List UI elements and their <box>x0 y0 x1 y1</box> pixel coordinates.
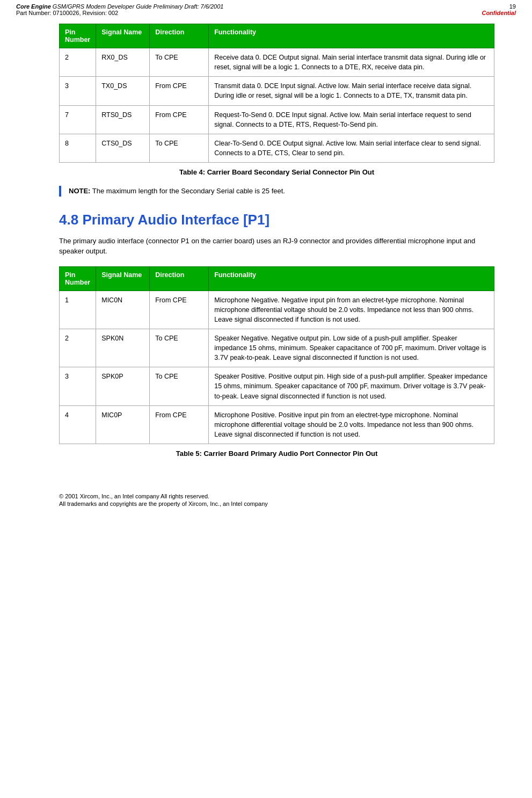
table5: Pin Number Signal Name Direction Functio… <box>59 266 494 445</box>
table-row: 3 TX0_DS From CPE Transmit data 0. DCE I… <box>60 77 494 105</box>
footer-line2: All trademarks and copyrights are the pr… <box>59 500 516 507</box>
header-product-normal: Core Engine <box>16 3 51 10</box>
document-header: Core Engine GSM/GPRS Modem Developer Gui… <box>0 0 532 18</box>
document-footer: © 2001 Xircom, Inc., an Intel company Al… <box>0 488 532 511</box>
section-number: 4.8 <box>59 212 82 228</box>
table5-col-signal: Signal Name <box>96 266 150 291</box>
confidential-label: Confidential <box>482 10 516 16</box>
table4-col-direction: Direction <box>150 24 209 48</box>
page-content: Pin Number Signal Name Direction Functio… <box>0 18 532 478</box>
header-left: Core Engine GSM/GPRS Modem Developer Gui… <box>16 3 223 16</box>
pin-cell: 4 <box>60 405 96 444</box>
header-draft: Preliminary Draft: 7/6/2001 <box>154 3 224 10</box>
direction-cell: From CPE <box>150 77 209 105</box>
table-row: 8 CTS0_DS To CPE Clear-To-Send 0. DCE Ou… <box>60 134 494 162</box>
direction-cell: To CPE <box>150 48 209 77</box>
pin-cell: 2 <box>60 329 96 367</box>
functionality-cell: Transmit data 0. DCE Input signal. Activ… <box>209 77 494 105</box>
section-body-48: The primary audio interface (connector P… <box>59 236 494 257</box>
pin-cell: 2 <box>60 48 96 77</box>
section-heading-48: 4.8 Primary Audio Interface [P1] <box>59 212 494 228</box>
table4-header-row: Pin Number Signal Name Direction Functio… <box>60 24 494 48</box>
header-right: 19 Confidential <box>482 3 516 16</box>
table5-col-pin: Pin Number <box>60 266 96 291</box>
note-body: The maximum length for the Secondary Ser… <box>90 187 285 195</box>
page-number: 19 <box>482 3 516 10</box>
pin-cell: 3 <box>60 367 96 405</box>
signal-cell: SPK0P <box>96 367 150 405</box>
table-row: 2 RX0_DS To CPE Receive data 0. DCE Outp… <box>60 48 494 77</box>
table-row: 1 MIC0N From CPE Microphone Negative. Ne… <box>60 291 494 329</box>
table-row: 2 SPK0N To CPE Speaker Negative. Negativ… <box>60 329 494 367</box>
signal-cell: MIC0N <box>96 291 150 329</box>
section-title: Primary Audio Interface [P1] <box>82 212 269 228</box>
signal-cell: SPK0N <box>96 329 150 367</box>
table5-caption: Table 5: Carrier Board Primary Audio Por… <box>59 449 494 458</box>
direction-cell: From CPE <box>150 291 209 329</box>
pin-cell: 3 <box>60 77 96 105</box>
functionality-cell: Receive data 0. DCE Output signal. Main … <box>209 48 494 77</box>
note-text: NOTE: The maximum length for the Seconda… <box>69 186 285 197</box>
table4-col-functionality: Functionality <box>209 24 494 48</box>
pin-cell: 1 <box>60 291 96 329</box>
table-row: 3 SPK0P To CPE Speaker Positive. Positiv… <box>60 367 494 405</box>
functionality-cell: Microphone Negative. Negative input pin … <box>209 291 494 329</box>
functionality-cell: Clear-To-Send 0. DCE Output signal. Acti… <box>209 134 494 162</box>
table5-header-row: Pin Number Signal Name Direction Functio… <box>60 266 494 291</box>
functionality-cell: Speaker Positive. Positive output pin. H… <box>209 367 494 405</box>
note-label: NOTE: <box>69 187 90 195</box>
pin-cell: 8 <box>60 134 96 162</box>
table4-col-pin: Pin Number <box>60 24 96 48</box>
signal-cell: MIC0P <box>96 405 150 444</box>
functionality-cell: Speaker Negative. Negative output pin. L… <box>209 329 494 367</box>
pin-cell: 7 <box>60 105 96 134</box>
signal-cell: RTS0_DS <box>96 105 150 134</box>
signal-cell: RX0_DS <box>96 48 150 77</box>
functionality-cell: Microphone Positive. Positive input pin … <box>209 405 494 444</box>
direction-cell: To CPE <box>150 134 209 162</box>
header-part-number: Part Number: 07100026, Revision: 002 <box>16 10 223 16</box>
signal-cell: TX0_DS <box>96 77 150 105</box>
header-title-line1: Core Engine GSM/GPRS Modem Developer Gui… <box>16 3 223 10</box>
table4-caption: Table 4: Carrier Board Secondary Serial … <box>59 168 494 176</box>
functionality-cell: Request-To-Send 0. DCE Input signal. Act… <box>209 105 494 134</box>
table-row: 7 RTS0_DS From CPE Request-To-Send 0. DC… <box>60 105 494 134</box>
direction-cell: To CPE <box>150 329 209 367</box>
footer-line1: © 2001 Xircom, Inc., an Intel company Al… <box>59 493 516 499</box>
table4: Pin Number Signal Name Direction Functio… <box>59 24 494 163</box>
table5-col-functionality: Functionality <box>209 266 494 291</box>
table-row: 4 MIC0P From CPE Microphone Positive. Po… <box>60 405 494 444</box>
direction-cell: From CPE <box>150 405 209 444</box>
direction-cell: To CPE <box>150 367 209 405</box>
direction-cell: From CPE <box>150 105 209 134</box>
header-product-italic: GSM/GPRS Modem Developer Guide <box>51 3 154 10</box>
table4-col-signal: Signal Name <box>96 24 150 48</box>
note-block: NOTE: The maximum length for the Seconda… <box>59 186 494 197</box>
signal-cell: CTS0_DS <box>96 134 150 162</box>
table5-col-direction: Direction <box>150 266 209 291</box>
